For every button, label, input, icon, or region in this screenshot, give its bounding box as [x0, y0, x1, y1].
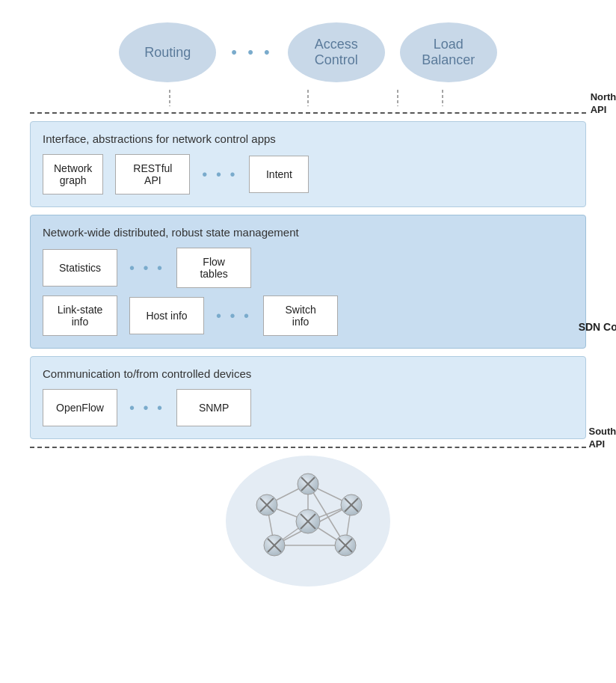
node-right — [341, 494, 362, 515]
flow-tables-box: Flowtables — [176, 248, 251, 288]
snmp-box: SNMP — [176, 389, 251, 426]
controller-dots-2: • • • — [216, 307, 251, 325]
sdn-controller-section: Network-wide distributed, robust state m… — [30, 215, 586, 439]
restful-api-box: RESTfulAPI — [115, 154, 190, 195]
node-center — [296, 509, 320, 533]
interface-dots: • • • — [202, 166, 237, 183]
network-svg — [241, 469, 375, 574]
node-bottom-left — [264, 535, 285, 556]
state-management-panel: Network-wide distributed, robust state m… — [30, 215, 586, 349]
comm-dots: • • • — [129, 399, 164, 417]
link-state-info-box: Link-stateinfo — [43, 295, 117, 336]
network-graph-section — [30, 456, 586, 586]
diagram-container: Routing • • • AccessControl LoadBalancer… — [0, 0, 616, 609]
network-diagram — [226, 456, 390, 586]
host-info-box: Host info — [129, 297, 204, 334]
controller-row1: Statistics • • • Flowtables — [43, 248, 573, 288]
apps-dots: • • • — [231, 43, 272, 62]
northbound-label: NorthboundAPI — [591, 91, 616, 117]
switch-info-box: Switchinfo — [263, 295, 338, 336]
state-management-title: Network-wide distributed, robust state m… — [43, 226, 573, 239]
intent-box: Intent — [249, 156, 309, 193]
comm-panel-boxes: OpenFlow • • • SNMP — [43, 389, 573, 426]
openflow-box: OpenFlow — [43, 389, 117, 426]
comm-panel: Communication to/from controlled devices… — [30, 356, 586, 439]
statistics-box: Statistics — [43, 249, 117, 287]
node-left — [256, 494, 277, 515]
interface-panel: Interface, abstractions for network cont… — [30, 121, 586, 207]
controller-dots-1: • • • — [129, 260, 164, 277]
network-graph-box: Networkgraph — [43, 154, 103, 195]
controller-row2: Link-stateinfo Host info • • • Switchinf… — [43, 295, 573, 336]
node-bottom-right — [335, 535, 356, 556]
southbound-api-line: SouthboundAPI — [30, 447, 586, 448]
load-balancer-app: LoadBalancer — [400, 22, 497, 82]
sdn-controller-label: SDN Controller — [579, 321, 616, 333]
routing-app: Routing — [119, 22, 216, 82]
node-top — [298, 474, 318, 494]
access-control-app: AccessControl — [288, 22, 385, 82]
interface-panel-boxes: Networkgraph RESTfulAPI • • • Intent — [43, 154, 573, 195]
interface-panel-title: Interface, abstractions for network cont… — [43, 132, 573, 145]
apps-layer: Routing • • • AccessControl LoadBalancer — [30, 15, 586, 82]
northbound-api-line: NorthboundAPI — [30, 112, 586, 114]
comm-panel-title: Communication to/from controlled devices — [43, 367, 573, 380]
southbound-label: SouthboundAPI — [588, 426, 616, 451]
